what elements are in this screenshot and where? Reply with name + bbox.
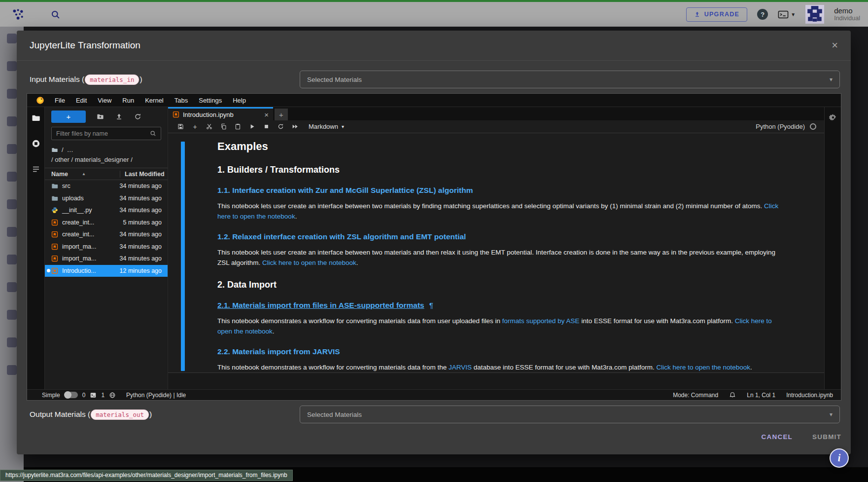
globe-icon (109, 392, 116, 399)
notebook-link[interactable]: Click here to open the notebook (656, 364, 750, 371)
menu-run[interactable]: Run (117, 97, 139, 104)
restart-kernel-icon[interactable] (274, 123, 288, 130)
cut-icon[interactable] (202, 123, 216, 130)
breadcrumb-ellipsis[interactable]: … (67, 146, 73, 153)
info-fab[interactable]: i (830, 448, 849, 468)
cancel-button[interactable]: CANCEL (762, 433, 793, 441)
close-tab-icon[interactable]: × (264, 111, 269, 119)
app-sidebar-icon[interactable] (7, 89, 17, 99)
notebook-icon (51, 219, 59, 226)
notebook-heading-text[interactable]: 1.2. Relaxed interface creation with ZSL… (217, 232, 466, 241)
notebook-link[interactable]: formats supported by ASE (502, 317, 580, 325)
output-selected-materials-dropdown[interactable]: Selected Materials ▾ (300, 406, 840, 423)
submit-button[interactable]: SUBMIT (812, 433, 841, 441)
app-sidebar-icon[interactable] (7, 365, 17, 375)
save-icon[interactable] (174, 123, 188, 130)
app-sidebar-icon[interactable] (7, 227, 17, 237)
breadcrumb-path[interactable]: / other / materials_designer / (51, 156, 161, 163)
notebook-heading-text[interactable]: 1.1. Interface creation with Zur and McG… (217, 186, 473, 194)
notebook-text: . (750, 364, 752, 371)
cursor-position[interactable]: Ln 1, Col 1 (747, 392, 775, 399)
cell-type-dropdown[interactable]: Markdown ▾ (309, 123, 344, 130)
file-row[interactable]: import_ma...34 minutes ago (45, 253, 168, 265)
column-name[interactable]: Name ▲ (45, 171, 120, 178)
app-sidebar-icon[interactable] (7, 282, 17, 292)
running-sessions-icon[interactable] (32, 139, 40, 148)
filter-files-input[interactable]: Filter files by name (51, 127, 161, 140)
input-label-text: Input Materials ( (30, 75, 84, 84)
notebook-heading-text[interactable]: 2.1. Materials import from files in ASE-… (217, 301, 424, 309)
refresh-icon[interactable] (128, 113, 147, 120)
file-row[interactable]: create_int...5 minutes ago (45, 217, 168, 229)
file-row[interactable]: create_int...34 minutes ago (45, 228, 168, 241)
app-sidebar-icon[interactable] (7, 310, 17, 320)
paste-icon[interactable] (231, 123, 245, 130)
run-all-icon[interactable] (288, 123, 302, 130)
menu-kernel[interactable]: Kernel (139, 97, 169, 104)
output-materials-label: Output Materials (materials_out) (30, 409, 300, 420)
user-name: demo (834, 6, 860, 15)
menu-settings[interactable]: Settings (193, 97, 227, 104)
property-inspector-gear-icon[interactable] (829, 113, 837, 389)
app-sidebar-icon[interactable] (7, 61, 17, 71)
tab-introduction-ipynb[interactable]: Introduction.ipynb × (168, 107, 273, 120)
app-sidebar-icon[interactable] (7, 116, 17, 126)
terminals-count[interactable]: 0 (82, 392, 86, 399)
app-sidebar-icon[interactable] (7, 199, 17, 209)
run-icon[interactable] (245, 123, 259, 130)
jupyterlab-frame: FileEditViewRunKernelTabsSettingsHelp (27, 93, 841, 401)
menu-edit[interactable]: Edit (70, 97, 92, 104)
search-icon[interactable] (51, 10, 60, 19)
avatar[interactable] (805, 5, 824, 24)
new-tab-button[interactable]: + (275, 109, 288, 120)
input-selected-materials-dropdown[interactable]: Selected Materials ▾ (300, 71, 840, 88)
file-name: import_ma... (62, 255, 116, 262)
console-menu-button[interactable]: ▼ (778, 10, 796, 19)
menu-view[interactable]: View (92, 97, 117, 104)
notebook-heading-text: 1. Builders / Transformations (217, 165, 340, 175)
close-icon[interactable]: × (832, 40, 838, 51)
heading-anchor-icon[interactable]: ¶ (429, 301, 433, 309)
column-last-modified[interactable]: Last Modified (120, 171, 168, 178)
notebook-link[interactable]: JARVIS (449, 364, 472, 371)
file-row[interactable]: __init__.py34 minutes ago (45, 204, 168, 217)
app-sidebar-icon[interactable] (7, 34, 17, 43)
app-sidebar-icon[interactable] (7, 144, 17, 154)
kernel-status-text[interactable]: Python (Pyodide) | Idle (126, 392, 186, 399)
file-row[interactable]: src34 minutes ago (45, 180, 168, 192)
file-row[interactable]: Introductio...12 minutes ago (45, 265, 168, 277)
file-modified: 12 minutes ago (116, 267, 168, 274)
kernel-status-icon[interactable] (810, 123, 816, 130)
simple-mode-label: Simple (42, 392, 60, 399)
file-browser-icon[interactable] (32, 113, 40, 122)
insert-cell-icon[interactable]: + (188, 123, 202, 131)
home-folder-icon[interactable] (51, 147, 58, 153)
stop-icon[interactable] (259, 123, 274, 130)
file-row[interactable]: uploads34 minutes ago (45, 192, 168, 205)
input-materials-label: Input Materials (materials_in) (30, 74, 300, 85)
new-folder-icon[interactable] (91, 113, 109, 120)
table-of-contents-icon[interactable] (32, 165, 40, 174)
file-row[interactable]: import_ma...34 minutes ago (45, 241, 168, 253)
kernel-name[interactable]: Python (Pyodide) (756, 123, 805, 130)
menu-help[interactable]: Help (227, 97, 251, 104)
menu-file[interactable]: File (49, 97, 70, 104)
simple-mode-toggle[interactable] (65, 392, 78, 398)
upload-icon[interactable] (109, 113, 128, 120)
selected-cell-indicator[interactable] (181, 142, 185, 371)
user-info[interactable]: demo Individual (834, 6, 860, 22)
app-sidebar-icon[interactable] (7, 172, 17, 182)
menu-tabs[interactable]: Tabs (169, 97, 193, 104)
upgrade-label: UPGRADE (704, 11, 740, 18)
mat3ra-logo[interactable] (12, 8, 25, 21)
copy-icon[interactable] (216, 123, 231, 130)
upgrade-button[interactable]: UPGRADE (686, 7, 748, 22)
notebook-heading-text[interactable]: 2.2. Materials import from JARVIS (217, 347, 340, 356)
help-icon[interactable]: ? (757, 9, 768, 20)
app-sidebar-icon[interactable] (7, 337, 17, 347)
new-launcher-button[interactable]: + (51, 111, 86, 123)
app-sidebar-icon[interactable] (7, 255, 17, 264)
notifications-bell-icon[interactable] (729, 392, 736, 399)
notebook-link[interactable]: Click here to open the notebook (262, 259, 356, 266)
kernels-count[interactable]: 1 (101, 392, 104, 399)
